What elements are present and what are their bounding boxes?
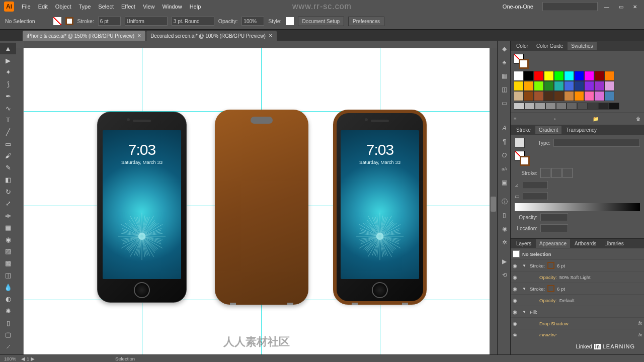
panel-icon[interactable]: ✲ (498, 236, 511, 248)
grad-opacity-select[interactable] (540, 213, 568, 221)
panel-icon[interactable]: ◆ (498, 43, 511, 55)
panel-icon[interactable]: ¶ (498, 136, 511, 148)
angle-select[interactable] (523, 181, 548, 189)
column-graph-tool[interactable]: ▯ (0, 317, 16, 329)
minimize-button[interactable]: — (602, 2, 612, 12)
swatch[interactable] (524, 81, 534, 91)
swatch[interactable] (584, 91, 594, 101)
grad-location-select[interactable] (540, 224, 568, 232)
magic-wand-tool[interactable]: ✦ (0, 66, 16, 78)
gradient-slider[interactable] (515, 203, 640, 211)
style-swatch[interactable] (286, 17, 294, 25)
stroke-profile-select[interactable] (125, 17, 168, 26)
swatch[interactable] (524, 91, 534, 101)
horizontal-ruler[interactable] (24, 41, 490, 48)
panel-icon[interactable]: aA (498, 163, 511, 175)
iphone-front[interactable]: 7:03 Saturday, March 33 (97, 112, 187, 303)
swatch[interactable] (567, 103, 577, 110)
twirl-icon[interactable]: ▼ (522, 287, 527, 291)
twirl-icon[interactable]: ▼ (522, 310, 527, 314)
panel-tab-swatches[interactable]: Swatches (568, 42, 596, 50)
canvas-viewport[interactable]: 7:03 Saturday, March 33 (16, 41, 497, 354)
panel-icon[interactable]: O (498, 149, 511, 161)
tab-decorated-screen[interactable]: Decorated screen.ai* @ 100% (RGB/GPU Pre… (146, 31, 277, 41)
artboard-nav[interactable]: ◀ 1 ▶ (21, 356, 35, 361)
direct-selection-tool[interactable]: ▶ (0, 55, 16, 66)
panel-tab-stroke[interactable]: Stroke (513, 126, 534, 134)
trash-icon[interactable]: 🗑 (636, 116, 641, 122)
stroke-align-icon[interactable] (551, 168, 561, 178)
stroke-weight-input[interactable] (98, 17, 121, 26)
panel-tab-gradient[interactable]: Gradient (535, 126, 561, 134)
panel-tab-color[interactable]: Color (513, 42, 532, 50)
menu-view[interactable]: View (143, 4, 155, 10)
pen-tool[interactable]: ✒ (0, 90, 16, 102)
swatch[interactable] (524, 103, 535, 110)
appearance-label[interactable]: Opacity: (539, 298, 557, 303)
swatch[interactable] (604, 71, 614, 81)
brush-select[interactable] (172, 17, 214, 26)
panel-icon[interactable]: ⟲ (498, 269, 511, 281)
panel-icon[interactable]: ▦ (498, 70, 511, 82)
panel-tab-artboards[interactable]: Artboards (571, 239, 600, 248)
paintbrush-tool[interactable]: 🖌 (0, 150, 16, 162)
swatch[interactable] (556, 103, 567, 110)
swatch[interactable] (514, 71, 524, 81)
fill-stroke-indicator[interactable] (514, 54, 529, 69)
vertical-scrollbar[interactable] (490, 48, 497, 354)
swatch[interactable] (514, 91, 524, 101)
close-icon[interactable]: ✕ (269, 33, 273, 38)
visibility-icon[interactable]: ◉ (513, 321, 520, 326)
swatch[interactable] (574, 81, 584, 91)
swatch[interactable] (535, 103, 545, 110)
swatch[interactable] (598, 103, 609, 110)
maximize-button[interactable]: ▭ (616, 2, 626, 12)
width-tool[interactable]: ⟚ (0, 210, 16, 221)
appearance-label[interactable]: Drop Shadow (539, 321, 569, 326)
swatch[interactable] (514, 103, 524, 110)
swatch[interactable] (564, 81, 574, 91)
swatch[interactable] (544, 91, 554, 101)
swatch[interactable] (594, 71, 604, 81)
preferences-button[interactable]: Preferences (348, 17, 384, 26)
zoom-readout[interactable]: 100% (4, 356, 16, 361)
appearance-label[interactable]: Fill: (530, 309, 537, 315)
attr-swatch[interactable] (547, 262, 554, 269)
swatch[interactable] (594, 91, 604, 101)
stroke-align-icon[interactable] (540, 168, 550, 178)
swatch[interactable] (545, 103, 556, 110)
swatch[interactable] (604, 91, 614, 101)
swatch[interactable] (554, 91, 564, 101)
document-setup-button[interactable]: Document Setup (298, 17, 345, 26)
visibility-icon[interactable]: ◉ (513, 275, 520, 280)
panel-tab-colorguide[interactable]: Color Guide (533, 42, 567, 50)
swatch-menu-icon[interactable]: ≡ (514, 116, 517, 122)
swatch[interactable] (554, 71, 564, 81)
swatch[interactable] (594, 81, 604, 91)
stroke-swatch[interactable] (65, 17, 73, 25)
shape-builder-tool[interactable]: ◉ (0, 234, 16, 245)
line-tool[interactable]: ╱ (0, 126, 16, 138)
artboard-tool[interactable]: ▢ (0, 329, 16, 341)
panel-tab-transparency[interactable]: Transparency (562, 126, 600, 134)
panel-icon[interactable]: ◫ (498, 83, 511, 96)
swatch[interactable] (584, 81, 594, 91)
close-button[interactable]: ✕ (630, 2, 640, 12)
appearance-label[interactable]: Stroke: (530, 263, 545, 268)
artboard[interactable]: 7:03 Saturday, March 33 (24, 48, 490, 354)
symbol-sprayer-tool[interactable]: ✺ (0, 305, 16, 317)
swatch[interactable] (609, 103, 619, 110)
swatch[interactable] (588, 103, 598, 110)
swatch[interactable] (574, 71, 584, 81)
opacity-input[interactable] (242, 17, 264, 26)
pencil-tool[interactable]: ✎ (0, 162, 16, 173)
scale-tool[interactable]: ⤢ (0, 198, 16, 210)
panel-tab-layers[interactable]: Layers (513, 239, 535, 248)
swatch[interactable] (534, 81, 544, 91)
visibility-icon[interactable]: ◉ (513, 332, 520, 337)
swatch[interactable] (604, 81, 614, 91)
gradient-type-select[interactable] (553, 139, 640, 147)
workspace-switcher[interactable]: One-on-One (503, 4, 533, 10)
visibility-icon[interactable]: ◉ (513, 263, 520, 268)
panel-icon[interactable]: ▭ (498, 97, 511, 109)
